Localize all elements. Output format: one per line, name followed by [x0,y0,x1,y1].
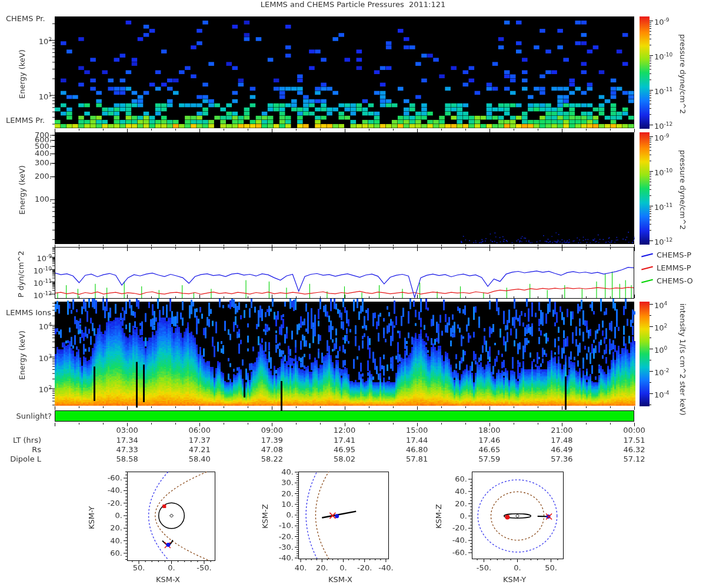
ephemeris-value: 58.40 [182,455,217,463]
colorbar-unit-label-3: intensity 1/(s cm^2 ster keV) [678,303,687,416]
ephemeris-row-label-lt: LT (hrs) [0,436,41,445]
panel-label-chems-pressure: CHEMS Pr. [6,14,45,23]
orbit-xz-y-tick: -40. [265,553,294,562]
orbit-xy-x-tick: -50. [189,563,219,572]
ephemeris-value: 17.51 [617,436,652,445]
panel-label-lemms-pressure: LEMMS Pr. [6,116,45,125]
orbit-yz-y-tick: -40. [439,536,467,544]
ephemeris-value: 46.49 [544,445,580,454]
ephemeris-value: 57.12 [617,455,652,463]
y-tick-label-chems: 102 [11,35,52,46]
orbit-xz-y-tick: -20. [265,532,294,541]
orbit-xy-y-tick: -40. [94,486,122,495]
orbit-yz-xlabel: KSM-Y [503,575,526,584]
ephemeris-value: 17.34 [109,436,145,445]
y-tick-label-lemms-pr: 100. [11,195,52,203]
y-tick-label-pdyn: 10-9 [11,252,52,263]
orbit-xy-xlabel: KSM-X [156,575,180,584]
ephemeris-row-label-rs: Rs [0,445,41,454]
orbit-yz-x-tick: 50. [537,563,566,572]
legend-label-chems-p: CHEMS-P [657,250,691,259]
orbit-yz-y-tick: 60. [439,475,467,483]
y-tick-label-lemms-pr: 400. [11,149,52,158]
ephemeris-value: 58.22 [254,455,289,463]
ephemeris-value: 47.21 [182,445,217,454]
ephemeris-value: 47.33 [109,445,145,454]
colorbar2-tick-label: 10-10 [654,166,672,177]
ephemeris-value: 47.08 [254,445,289,454]
time-tick-label: 18:00 [472,426,507,435]
ephemeris-value: 57.81 [399,455,435,463]
colorbar3-tick-label: 10-2 [654,366,670,377]
orbit-xz-xlabel: KSM-X [328,575,352,584]
y-tick-label-pdyn: 10-12 [11,289,52,300]
orbit-yz-y-tick: -20. [439,523,467,532]
orbit-xy-y-tick: 0. [94,511,122,520]
y-tick-label-lemms-pr: 200. [11,172,52,181]
ephemeris-value: 46.65 [472,445,507,454]
orbit-xy-y-tick: 20. [94,523,122,532]
ephemeris-value: 46.95 [327,445,362,454]
orbit-xz-y-tick: 0. [265,510,294,519]
orbit-yz-y-tick: 40. [439,487,467,496]
colorbar3-tick-label: 104 [654,299,667,310]
panel-label-lemms-ions: LEMMS Ions [6,308,51,317]
ephemeris-value: 46.32 [617,445,652,454]
y-tick-label-lemms-ions: 104 [11,320,52,331]
legend-label-lemms-p: LEMMS-P [657,263,691,272]
orbit-xz-y-tick: 30. [265,478,294,487]
ephemeris-row-label-dipole: Dipole L [0,455,41,463]
colorbar2-tick-label: 10-11 [654,201,672,212]
ephemeris-value: 46.80 [399,445,435,454]
colorbar1-tick-label: 10-9 [654,16,670,26]
time-tick-label: 06:00 [182,426,217,435]
figure: LEMMS and CHEMS Particle Pressures 2011:… [0,0,706,588]
orbit-yz-y-tick: -60. [439,548,467,557]
ephemeris-value: 58.58 [109,455,145,463]
ephemeris-value: 57.59 [472,455,507,463]
y-tick-label-pdyn: 10-11 [11,277,52,288]
orbit-xy-y-tick: 40. [94,536,122,545]
orbit-xz-x-tick: -40. [371,563,401,572]
y-tick-label-lemms-ions: 102 [11,383,52,394]
sunlight-label: Sunlight? [0,412,52,420]
orbit-xz-y-tick: 10. [265,500,294,509]
ephemeris-value: 58.02 [327,455,362,463]
figure-title: LEMMS and CHEMS Particle Pressures 2011:… [0,0,706,9]
colorbar-unit-label-2: pressure dyne/cm^2 [678,150,687,230]
orbit-xz-y-tick: -10. [265,521,294,530]
ephemeris-value: 17.44 [399,436,435,445]
colorbar1-tick-label: 10-11 [654,85,672,96]
y-tick-label-pdyn: 10-10 [11,265,52,275]
y-tick-label-chems: 101 [11,91,52,101]
legend-item-chems-p: CHEMS-P [641,250,691,259]
colorbar2-tick-label: 10-9 [654,132,670,142]
time-tick-label: 21:00 [544,426,580,435]
ephemeris-value: 17.46 [472,436,507,445]
time-tick-label: 12:00 [327,426,362,435]
orbit-xz-y-tick: -30. [265,543,294,552]
orbit-yz-x-tick: -50. [469,563,499,572]
legend-item-chems-o: CHEMS-O [641,276,693,285]
colorbar-unit-label-1: pressure dyne/cm^2 [678,34,687,114]
time-tick-label: 09:00 [254,426,289,435]
time-tick-label: 00:00 [617,426,652,435]
ephemeris-value: 17.41 [327,436,362,445]
time-tick-label: 15:00 [399,426,435,435]
colorbar3-tick-label: 102 [654,322,667,332]
ephemeris-value: 57.36 [544,455,580,463]
orbit-yz-x-tick: 0. [503,563,532,572]
orbit-yz-y-tick: 20. [439,499,467,508]
orbit-xy-y-tick: 60. [94,549,122,557]
colorbar1-tick-label: 10-10 [654,51,672,61]
legend-label-chems-o: CHEMS-O [657,276,693,285]
legend-item-lemms-p: LEMMS-P [641,263,691,272]
y-tick-label-lemms-pr: 300. [11,158,52,167]
ephemeris-value: 17.39 [254,436,289,445]
orbit-xz-y-tick: 20. [265,489,294,498]
time-tick-label: 03:00 [109,426,145,435]
legend-line-chems-p [641,253,653,257]
colorbar3-tick-label: 100 [654,344,667,355]
orbit-xy-x-tick: 0. [157,563,187,572]
ephemeris-value: 17.37 [182,436,217,445]
